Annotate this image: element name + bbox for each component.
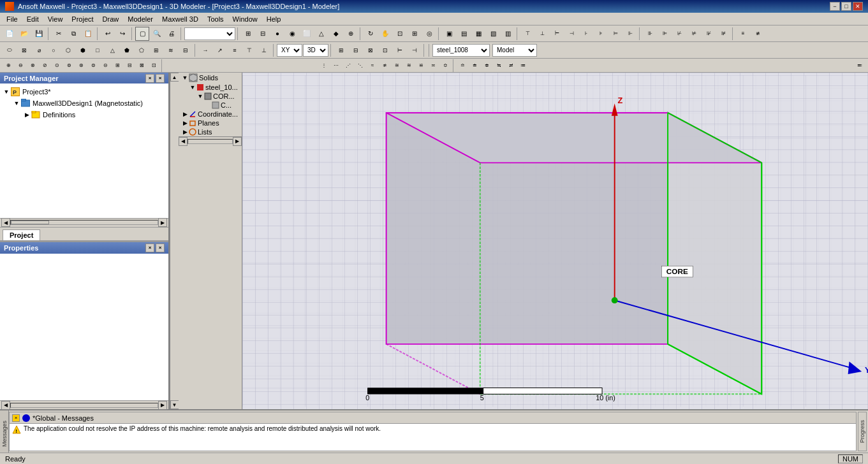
model-btn11[interactable]: ≎	[439, 60, 451, 71]
grid-btn6[interactable]: ⊣	[408, 43, 422, 57]
model-btn8[interactable]: ≋	[403, 60, 415, 71]
snap-btn2[interactable]: ⊥	[535, 27, 549, 41]
model-btn14[interactable]: ≑	[481, 60, 492, 71]
misc-btn3[interactable]: ⊬	[672, 27, 686, 41]
snap-btn1[interactable]: ⊤	[520, 27, 534, 41]
tool6[interactable]: △	[314, 27, 328, 41]
tree-core-sub[interactable]: C...	[179, 101, 242, 110]
right-btn1[interactable]: ≕	[854, 60, 865, 71]
small-btn4[interactable]: ⊘	[39, 60, 50, 71]
model-btn4[interactable]: ⋱	[355, 60, 366, 71]
model-btn2[interactable]: ⋯	[330, 60, 342, 71]
scroll-left-btn[interactable]: ◀	[1, 218, 10, 227]
draw-btn10[interactable]: ⬠	[135, 43, 149, 57]
orbit-button[interactable]: ↻	[364, 27, 378, 41]
expand-lists[interactable]: ▶	[181, 129, 189, 135]
small-btn3[interactable]: ⊗	[27, 60, 38, 71]
redo-button[interactable]: ↪	[115, 27, 129, 41]
minimize-button[interactable]: −	[830, 2, 840, 11]
render-btn4[interactable]: ▧	[486, 27, 500, 41]
model-tree-scroll-left[interactable]: ◀	[179, 137, 188, 146]
props-minimize-btn[interactable]: ×	[145, 243, 154, 252]
expand-planes[interactable]: ▶	[181, 120, 189, 126]
zoom-fit[interactable]: ⊡	[393, 27, 407, 41]
tool4[interactable]: ◉	[285, 27, 299, 41]
panel-close-btn[interactable]: ×	[156, 74, 165, 83]
menu-modeler[interactable]: Modeler	[124, 14, 157, 24]
tree-definitions[interactable]: ▶ Definitions	[3, 109, 166, 120]
draw-btn7[interactable]: □	[91, 43, 105, 57]
model-tree-scrollbar[interactable]	[188, 139, 233, 144]
align-btn2[interactable]: ⊤	[242, 43, 256, 57]
extra-btn2[interactable]: ≢	[751, 27, 765, 41]
tool3[interactable]: ●	[270, 27, 284, 41]
model-btn10[interactable]: ≍	[427, 60, 439, 71]
align-btn3[interactable]: ⊥	[257, 43, 271, 57]
menu-draw[interactable]: Draw	[99, 14, 123, 24]
tool8[interactable]: ⊕	[344, 27, 358, 41]
model-btn17[interactable]: ≔	[517, 60, 529, 71]
draw-btn6[interactable]: ⬢	[76, 43, 90, 57]
draw-btn9[interactable]: ⬟	[120, 43, 134, 57]
select-button[interactable]: ▢	[135, 27, 149, 41]
small-btn6[interactable]: ⊚	[63, 60, 75, 71]
grid-btn2[interactable]: ⊟	[349, 43, 363, 57]
draw-btn5[interactable]: ⬡	[61, 43, 75, 57]
expand-solids[interactable]: ▼	[181, 75, 189, 81]
props-scroll-right[interactable]: ▶	[158, 401, 167, 410]
draw-btn15[interactable]: ↗	[213, 43, 227, 57]
tree-coordinates[interactable]: ▶ Coordinate...	[179, 110, 242, 119]
draw-btn1[interactable]: ⬭	[3, 43, 17, 57]
props-scrollbar-track[interactable]	[10, 403, 158, 408]
tree-project[interactable]: ▼ P Project3*	[3, 86, 166, 98]
material-dropdown[interactable]: steel_1008	[432, 44, 490, 57]
small-btn1[interactable]: ⊕	[3, 60, 14, 71]
print-button[interactable]: 🖨	[165, 27, 179, 41]
small-btn11[interactable]: ⊟	[124, 60, 135, 71]
pan-button[interactable]: ✋	[378, 27, 392, 41]
undo-button[interactable]: ↩	[101, 27, 115, 41]
new-button[interactable]: 📄	[3, 27, 17, 41]
snap-btn7[interactable]: ⊨	[608, 27, 622, 41]
props-scroll-left[interactable]: ◀	[1, 401, 10, 410]
expand-design[interactable]: ▼	[13, 100, 20, 106]
tab-project[interactable]: Project	[3, 229, 40, 240]
grid-btn3[interactable]: ⊠	[364, 43, 378, 57]
model-btn1[interactable]: ⋮	[318, 60, 330, 71]
model-btn16[interactable]: ≓	[505, 60, 517, 71]
small-btn10[interactable]: ⊞	[112, 60, 123, 71]
v-scroll-track[interactable]	[171, 82, 179, 400]
render-btn1[interactable]: ▣	[442, 27, 456, 41]
grid-btn4[interactable]: ⊡	[378, 43, 392, 57]
tree-planes[interactable]: ▶ Planes	[179, 119, 242, 127]
small-btn7[interactable]: ⊛	[75, 60, 87, 71]
model-btn6[interactable]: ≉	[379, 60, 390, 71]
model-btn3[interactable]: ⋰	[342, 60, 354, 71]
expand-steel[interactable]: ▼	[189, 84, 196, 91]
tree-core[interactable]: ▼ COR...	[179, 92, 242, 101]
grid-btn5[interactable]: ⊢	[393, 43, 407, 57]
props-h-scrollbar[interactable]: ◀ ▶	[0, 400, 168, 409]
tree-lists[interactable]: ▶ Lists	[179, 127, 242, 136]
small-btn12[interactable]: ⊠	[136, 60, 147, 71]
expand-project[interactable]: ▼	[3, 89, 10, 95]
tool5[interactable]: ⬜	[300, 27, 314, 41]
v-scroll-down[interactable]: ▼	[170, 400, 179, 409]
model-btn12[interactable]: ≏	[457, 60, 468, 71]
draw-btn13[interactable]: ⊟	[179, 43, 193, 57]
snap-btn5[interactable]: ⊦	[579, 27, 593, 41]
close-button[interactable]: ✕	[853, 2, 863, 11]
expand-definitions[interactable]: ▶	[23, 112, 31, 118]
project-tree[interactable]: ▼ P Project3* ▼	[0, 83, 168, 217]
view-btn2[interactable]: ◎	[422, 27, 436, 41]
scrollbar-thumb[interactable]	[11, 221, 49, 224]
plane-dropdown[interactable]: XYYZXZ	[277, 44, 302, 57]
snap-btn8[interactable]: ⊩	[623, 27, 637, 41]
draw-btn14[interactable]: →	[198, 43, 212, 57]
messages-collapse-btn[interactable]: ×	[12, 414, 20, 422]
scroll-right-btn[interactable]: ▶	[158, 218, 167, 227]
misc-btn2[interactable]: ⊫	[658, 27, 672, 41]
tool1[interactable]: ⊞	[241, 27, 255, 41]
snap-btn6[interactable]: ⊧	[594, 27, 608, 41]
command-dropdown[interactable]	[184, 27, 235, 40]
